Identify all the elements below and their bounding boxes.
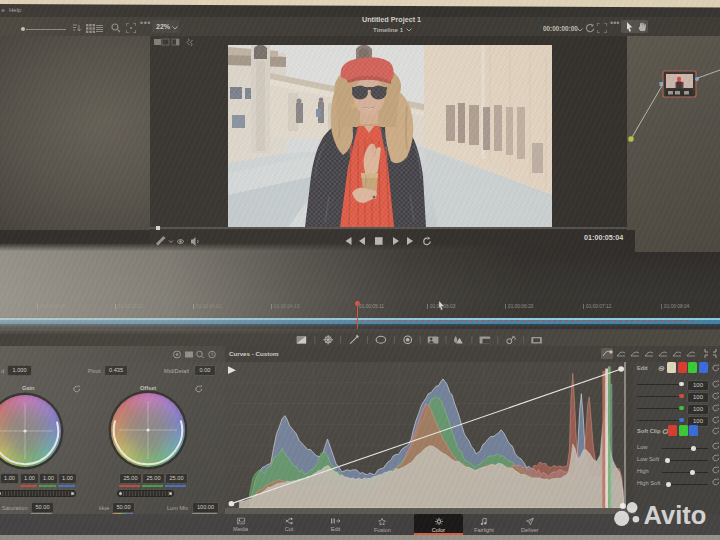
svg-text:Avito: Avito <box>644 501 707 529</box>
